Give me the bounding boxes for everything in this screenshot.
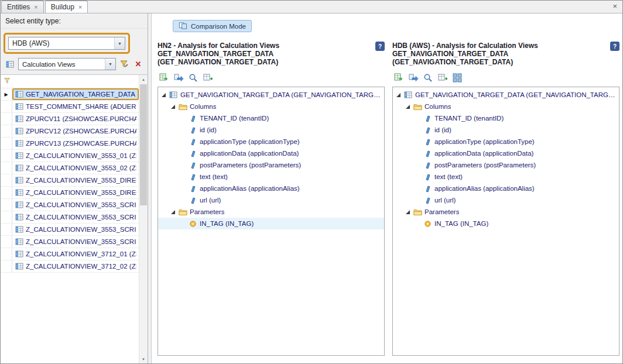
collapse-arrow-icon[interactable]	[405, 210, 410, 215]
tree-item-column[interactable]: id (id)	[158, 124, 384, 136]
add-columns-icon[interactable]	[203, 73, 213, 83]
tree-item-column[interactable]: applicationData (applicationData)	[393, 147, 619, 159]
tree-item-column[interactable]: TENANT_ID (tenantID)	[393, 112, 619, 124]
transfer-icon[interactable]	[173, 73, 184, 83]
calculation-view-icon	[15, 262, 23, 270]
row-gutter[interactable]: ▶	[1, 187, 12, 198]
tree-folder-parameters[interactable]: Parameters	[393, 206, 619, 218]
help-icon[interactable]: ?	[375, 42, 385, 51]
entity-list-item[interactable]: ▶ GET_NAVIGATION_TARGET_DATA (s	[1, 88, 139, 101]
tree-folder-parameters[interactable]: Parameters	[158, 206, 384, 218]
scroll-up-icon[interactable]: ▲	[139, 75, 148, 84]
tab-close-icon[interactable]: ×	[34, 4, 37, 11]
tree-root[interactable]: GET_NAVIGATION_TARGET_DATA (GET_NAVIGATI…	[158, 89, 384, 101]
tree-item-column[interactable]: applicationData (applicationData)	[158, 147, 384, 159]
row-gutter[interactable]: ▶	[1, 211, 12, 223]
view-type-dropdown[interactable]: Calculation Views ▼	[18, 58, 116, 70]
tree-item-column[interactable]: id (id)	[393, 124, 619, 136]
entity-list-item[interactable]: ▶ Z_CALCULATIONVIEW_3553_02 (ZSF	[1, 162, 139, 174]
row-gutter[interactable]: ▶	[1, 260, 12, 272]
entity-list-item[interactable]: ▶ Z_CALCULATIONVIEW_3712_02 (ZSF	[1, 260, 139, 273]
collapse-arrow-icon[interactable]	[170, 210, 176, 215]
calculation-view-icon	[15, 102, 23, 111]
collapse-arrow-icon[interactable]	[396, 92, 401, 98]
entity-list-item[interactable]: ▶ Z_CALCULATIONVIEW_3553_DIRECT	[1, 174, 139, 187]
row-gutter[interactable]: ▶	[1, 125, 12, 137]
filter-row[interactable]	[1, 75, 139, 88]
entity-type-dropdown[interactable]: HDB (AWS) ▼	[8, 37, 125, 50]
tree-folder-columns[interactable]: Columns	[158, 101, 384, 112]
tree-item-column[interactable]: applicationAlias (applicationAlias)	[393, 183, 619, 194]
row-gutter[interactable]: ▶	[1, 248, 12, 260]
tab-close-icon[interactable]: ×	[78, 4, 82, 11]
row-gutter[interactable]: ▶	[1, 224, 12, 235]
tree-item-parameter[interactable]: IN_TAG (IN_TAG)	[158, 218, 384, 229]
close-icon[interactable]: ×	[612, 2, 617, 10]
tree-item-parameter[interactable]: IN_TAG (IN_TAG)	[393, 218, 619, 229]
tree-item-column[interactable]: postParameters (postParameters)	[158, 159, 384, 171]
comparison-panel-left: HN2 - Analysis for Calculation Views GET…	[158, 42, 385, 356]
edit-filter-button[interactable]	[118, 59, 130, 70]
entity-list-item[interactable]: ▶ Z_CALCULATIONVIEW_3553_01 (ZSF	[1, 150, 139, 162]
list-scrollbar[interactable]: ▲ ▼	[139, 75, 148, 363]
row-gutter[interactable]: ▶	[1, 199, 12, 211]
entity-label: Z_CALCULATIONVIEW_3553_SCRIPT	[26, 214, 136, 221]
transfer-icon[interactable]	[408, 73, 419, 83]
entity-type-value: HDB (AWS)	[12, 39, 50, 47]
tree-item-column[interactable]: applicationAlias (applicationAlias)	[158, 183, 384, 194]
row-gutter[interactable]: ▶	[1, 138, 12, 149]
clear-filter-button[interactable]: ✕	[132, 59, 144, 70]
entity-list-item[interactable]: ▶ Z_CALCULATIONVIEW_3553_DIRECT	[1, 187, 139, 199]
layout-grid-icon[interactable]	[452, 73, 463, 83]
collapse-arrow-icon[interactable]	[405, 104, 410, 109]
help-icon[interactable]: ?	[610, 42, 619, 51]
tab-buildup[interactable]: Buildup ×	[45, 1, 88, 13]
entity-list-item[interactable]: ▶ Z_CALCULATIONVIEW_3553_SCRIPT	[1, 224, 139, 236]
tree-item-column[interactable]: applicationType (applicationType)	[393, 136, 619, 147]
export-table-icon[interactable]	[393, 73, 404, 83]
tree-item-column[interactable]: TENANT_ID (tenantID)	[158, 112, 384, 124]
entity-list-item[interactable]: ▶ Z_CALCULATIONVIEW_3712_01 (ZSF	[1, 248, 139, 260]
tree-folder-columns[interactable]: Columns	[393, 101, 619, 112]
add-columns-icon[interactable]	[437, 73, 448, 83]
collapse-arrow-icon[interactable]	[161, 92, 166, 98]
entity-list-item[interactable]: ▶ ZPURCV12 (ZSHOWCASE.PURCHASIN	[1, 125, 139, 138]
zoom-icon[interactable]	[188, 73, 198, 83]
chevron-down-icon[interactable]: ▼	[114, 37, 125, 49]
row-gutter[interactable]: ▶	[1, 174, 12, 186]
calculation-view-icon	[15, 225, 23, 233]
collapse-arrow-icon[interactable]	[170, 104, 176, 109]
entity-list-item[interactable]: ▶ Z_CALCULATIONVIEW_3553_SCRIPT	[1, 211, 139, 224]
tree-item-column[interactable]: text (text)	[393, 171, 619, 183]
entity-list-item[interactable]: ▶ ZPURCV13 (ZSHOWCASE.PURCHASIN	[1, 138, 139, 150]
entity-type-highlight-box: HDB (AWS) ▼	[4, 33, 130, 54]
panel-toolbar	[159, 73, 385, 83]
tree-item-column[interactable]: applicationType (applicationType)	[158, 136, 384, 147]
tree-item-column[interactable]: url (url)	[158, 194, 384, 206]
tree-item-column[interactable]: text (text)	[158, 171, 384, 183]
row-gutter[interactable]: ▶	[1, 101, 12, 112]
tree-item-column[interactable]: postParameters (postParameters)	[393, 159, 619, 171]
scrollbar-thumb[interactable]	[140, 84, 147, 205]
tab-entities[interactable]: Entities ×	[1, 1, 44, 13]
export-table-icon[interactable]	[159, 73, 169, 83]
row-gutter[interactable]: ▶	[1, 236, 12, 248]
comparison-mode-button[interactable]: Comparison Mode	[173, 20, 252, 32]
row-gutter[interactable]: ▶	[1, 150, 12, 162]
zoom-icon[interactable]	[423, 73, 433, 83]
calculation-view-icon	[15, 213, 23, 221]
entity-list-item[interactable]: ▶ TEST_COMMENT_SHARE (ADUERRST	[1, 101, 139, 113]
row-gutter[interactable]: ▶	[1, 162, 12, 174]
scroll-down-icon[interactable]: ▼	[139, 355, 148, 363]
tree-item-column[interactable]: url (url)	[393, 194, 619, 206]
row-gutter[interactable]: ▶	[1, 113, 12, 125]
row-gutter[interactable]: ▶	[1, 88, 12, 100]
column-label: applicationType (applicationType)	[434, 138, 535, 145]
tree-root[interactable]: GET_NAVIGATION_TARGET_DATA (GET_NAVIGATI…	[393, 89, 619, 101]
entity-list-item[interactable]: ▶ ZPURCV11 (ZSHOWCASE.PURCHASIN	[1, 113, 139, 125]
column-icon	[423, 162, 432, 169]
chevron-down-icon[interactable]: ▼	[105, 59, 115, 70]
entity-list-item[interactable]: ▶ Z_CALCULATIONVIEW_3553_SCRIPT	[1, 236, 139, 248]
entity-list-item[interactable]: ▶ Z_CALCULATIONVIEW_3553_SCRIPT	[1, 199, 139, 211]
column-label: id (id)	[200, 126, 217, 133]
